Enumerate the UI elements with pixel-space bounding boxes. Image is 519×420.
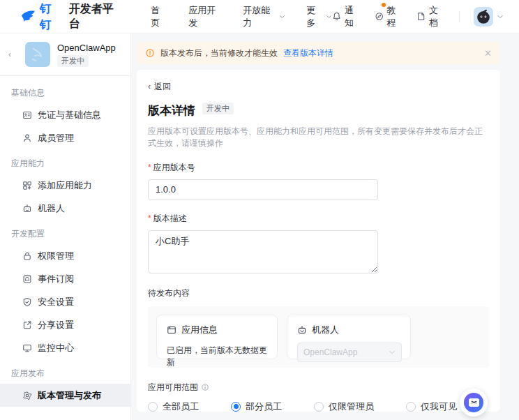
required-mark: * (148, 213, 151, 223)
claw-logo-icon: >< (469, 398, 479, 407)
version-detail-card: ‹返回 版本详情 开发中 应用版本可设置应用版本号、应用能力和应用可用范围，所有… (137, 70, 500, 412)
radio-icon (148, 402, 158, 412)
page: 钉钉 开发者平台 首页 应用开发 开放能力 更多 通知 教程 文档 ‹ (0, 0, 519, 420)
brand-name: 钉钉 (40, 1, 63, 33)
robot-icon (22, 204, 32, 213)
chevron-down-icon (279, 13, 285, 20)
version-desc-label: *版本描述 (148, 213, 489, 225)
brand[interactable]: 钉钉 开发者平台 (21, 1, 121, 33)
topnav-right: 通知 教程 文档 (332, 4, 504, 29)
chevron-down-icon (389, 349, 396, 356)
radio-icon (314, 402, 324, 412)
radio-admin-only[interactable]: 仅限管理员 (314, 400, 374, 412)
add-capability-icon (22, 181, 32, 190)
page-title: 版本详情 (148, 103, 195, 119)
view-version-details-link[interactable]: 查看版本详情 (283, 47, 333, 59)
avatar (474, 7, 493, 27)
chevron-down-icon (326, 13, 332, 20)
pending-content-label: 待发布内容 (148, 287, 489, 299)
chevron-down-icon (497, 13, 504, 20)
nav-item-home[interactable]: 首页 (151, 4, 167, 29)
top-navbar: 钉钉 开发者平台 首页 应用开发 开放能力 更多 通知 教程 文档 (0, 0, 519, 33)
robot-icon (297, 325, 307, 335)
main-area: 版本发布后，当前修改才能生效 查看版本详情 ✕ ‹返回 版本详情 开发中 应用版… (131, 33, 519, 420)
members-icon (22, 133, 32, 143)
sidebar-item-add-capability[interactable]: 添加应用能力 (0, 174, 130, 197)
pending-card-app-info: 应用信息 已启用，当前版本无数据更新 (156, 315, 278, 359)
nav-item-more[interactable]: 更多 (306, 4, 332, 29)
avatar-character-icon (474, 8, 492, 26)
chevron-left-icon: ‹ (148, 82, 151, 91)
sidebar-collapse-button[interactable]: ‹ (8, 50, 18, 59)
support-chat-widget[interactable]: >< (460, 389, 488, 417)
support-chat-icon: >< (464, 393, 483, 412)
nav-item-open-capability[interactable]: 开放能力 (243, 4, 285, 29)
lock-icon (22, 251, 32, 261)
tutorial-button[interactable]: 教程 (375, 4, 403, 29)
sidebar-item-share-settings[interactable]: 分享设置 (0, 313, 130, 336)
notification-dot (382, 3, 386, 7)
compass-icon (375, 11, 384, 22)
required-mark: * (148, 163, 151, 172)
pending-content-box: 应用信息 已启用，当前版本无数据更新 机器人 OpenClawApp (148, 306, 489, 368)
monitor-icon (22, 343, 32, 353)
sidebar-item-security[interactable]: 安全设置 (0, 290, 130, 313)
version-icon (22, 391, 32, 400)
version-number-input[interactable] (148, 179, 378, 200)
nav-items: 首页 应用开发 开放能力 更多 (151, 4, 332, 29)
version-number-label: *应用版本号 (148, 162, 489, 174)
event-icon (22, 274, 32, 284)
sidebar-app-header: ‹ OpenClawApp 开发中 (0, 33, 130, 75)
sidebar-item-event-subscription[interactable]: 事件订阅 (0, 267, 130, 290)
sidebar-group-app-release: 应用发布 (0, 359, 130, 384)
scope-label: 应用可用范围 (148, 382, 489, 393)
back-button[interactable]: ‹返回 (148, 81, 171, 93)
divider (459, 11, 460, 22)
warning-icon (145, 48, 155, 58)
scope-radio-group: 全部员工 部分员工 仅限管理员 仅我可见 (148, 400, 489, 412)
pending-card-robot: 机器人 OpenClawApp (287, 315, 411, 359)
app-name: OpenClawApp (57, 43, 116, 53)
page-description: 应用版本可设置应用版本号、应用能力和应用可用范围，所有变更需要保存并发布后才会正… (148, 126, 489, 149)
radio-checked-icon (231, 402, 241, 412)
share-icon (22, 320, 32, 330)
sidebar-item-members[interactable]: 成员管理 (0, 126, 130, 149)
version-desc-textarea[interactable]: 小C助手 (148, 230, 378, 273)
sidebar-group-dev-config: 开发配置 (0, 220, 130, 244)
radio-only-me[interactable]: 仅我可见 (406, 400, 457, 412)
app-icon-art (25, 42, 50, 67)
info-icon (201, 383, 209, 391)
document-icon (416, 11, 426, 22)
robot-select[interactable]: OpenClawApp (297, 343, 402, 362)
app-info-status-text: 已启用，当前版本无数据更新 (167, 345, 267, 368)
docs-button[interactable]: 文档 (416, 4, 445, 29)
nav-item-app-dev[interactable]: 应用开发 (188, 4, 222, 29)
banner-text: 版本发布后，当前修改才能生效 (160, 47, 278, 59)
credential-icon (22, 110, 32, 120)
bell-icon (332, 11, 341, 22)
version-status-badge: 开发中 (202, 103, 234, 114)
brand-suffix: 开发者平台 (69, 2, 122, 31)
app-status-badge: 开发中 (57, 55, 89, 67)
radio-all-staff[interactable]: 全部员工 (148, 400, 199, 412)
sidebar-group-capabilities: 应用能力 (0, 149, 130, 174)
sidebar-item-version-management[interactable]: 版本管理与发布 (0, 384, 130, 407)
sidebar-item-credentials[interactable]: 凭证与基础信息 (0, 103, 130, 126)
close-icon[interactable]: ✕ (484, 48, 492, 59)
sidebar-item-robot[interactable]: 机器人 (0, 197, 130, 220)
notifications-button[interactable]: 通知 (332, 4, 361, 29)
sidebar-item-monitor-center[interactable]: 监控中心 (0, 336, 130, 359)
app-icon (25, 42, 50, 67)
radio-partial-staff[interactable]: 部分员工 (231, 400, 282, 412)
sidebar-group-basic-info: 基础信息 (0, 79, 130, 103)
account-menu[interactable] (474, 7, 504, 27)
radio-icon (406, 402, 416, 412)
sidebar: ‹ OpenClawApp 开发中 基础信息 凭证与基础信息 成员管理 应用能力… (0, 33, 131, 420)
dingtalk-logo-icon (21, 10, 36, 24)
version-warning-banner: 版本发布后，当前修改才能生效 查看版本详情 ✕ (137, 42, 500, 64)
app-window-icon (167, 325, 176, 335)
shield-icon (22, 297, 32, 307)
sidebar-item-permissions[interactable]: 权限管理 (0, 244, 130, 267)
